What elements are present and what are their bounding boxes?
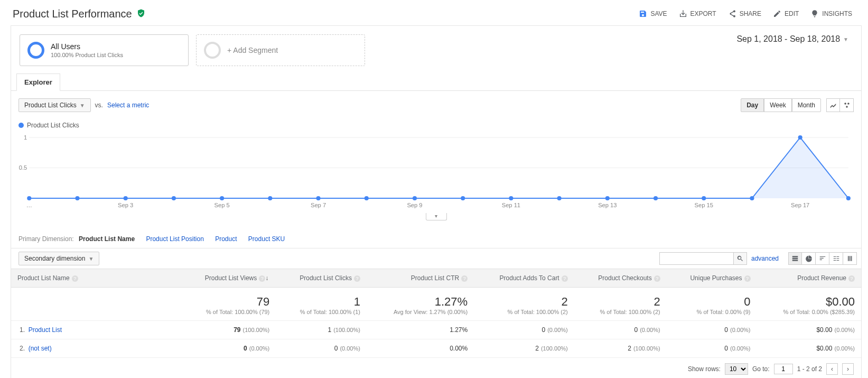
col-name[interactable]: Product List Name? [11,269,180,288]
svg-text:Sep 11: Sep 11 [502,202,520,208]
svg-point-22 [750,196,754,200]
show-rows-label: Show rows: [688,365,721,373]
dim-product-sku[interactable]: Product SKU [248,235,285,243]
export-button[interactable]: EXPORT [676,7,720,20]
svg-point-12 [268,196,272,200]
dim-product-list-position[interactable]: Product List Position [146,235,203,243]
svg-text:0.5: 0.5 [19,165,27,171]
chevron-down-icon: ▼ [80,103,85,108]
table-row: 1. Product List 79(100.00%) 1(100.00%) 1… [11,321,861,339]
view-pivot-icon[interactable] [843,252,857,265]
segment-circle-placeholder-icon [204,42,221,59]
share-button[interactable]: SHARE [725,7,764,20]
granularity-month[interactable]: Month [792,98,821,112]
segment-sub: 100.00% Product List Clicks [51,52,123,58]
page-title: Product List Performance [13,8,132,20]
col-adds[interactable]: Product Adds To Cart? [474,269,574,288]
svg-point-0 [844,103,846,105]
svg-point-15 [413,196,417,200]
svg-point-13 [316,196,320,200]
help-icon[interactable]: ? [654,275,660,282]
tab-explorer[interactable]: Explorer [16,73,60,91]
svg-point-17 [509,196,513,200]
dimension-label: Primary Dimension: [18,235,74,243]
help-icon[interactable]: ? [72,275,78,282]
secondary-dimension-dropdown[interactable]: Secondary dimension▼ [18,252,99,265]
dim-product[interactable]: Product [215,235,237,243]
svg-text:Sep 5: Sep 5 [214,202,230,208]
chevron-down-icon: ▼ [88,256,94,262]
granularity-week[interactable]: Week [764,98,791,112]
chevron-down-icon: ▼ [843,36,848,42]
svg-point-10 [172,196,176,200]
segment-all-users[interactable]: All Users 100.00% Product List Clicks [20,34,189,66]
col-clicks[interactable]: Product List Clicks? [276,269,367,288]
goto-label: Go to: [752,365,770,373]
col-unique[interactable]: Unique Purchases? [667,269,757,288]
legend-dot-icon [18,123,24,128]
svg-text:Sep 17: Sep 17 [791,202,809,208]
svg-point-14 [365,196,369,200]
view-pie-icon[interactable] [802,252,816,265]
view-comparison-icon[interactable] [829,252,843,265]
row-link[interactable]: (not set) [29,345,52,352]
row-link[interactable]: Product List [29,326,62,334]
svg-point-16 [461,196,465,200]
advanced-link[interactable]: advanced [751,255,779,262]
date-range-picker[interactable]: Sep 1, 2018 - Sep 18, 2018 ▼ [736,34,853,44]
search-input[interactable] [659,252,733,265]
help-icon[interactable]: ? [461,275,468,282]
next-page-button[interactable]: › [842,363,854,375]
data-table: Product List Name? Product List Views?↓ … [11,269,861,358]
add-segment-label: + Add Segment [227,46,278,54]
chart-type-motion-icon[interactable] [840,98,854,112]
view-table-icon[interactable] [788,252,802,265]
svg-text:Sep 13: Sep 13 [598,202,617,208]
help-icon[interactable]: ? [744,275,751,282]
page-input[interactable] [774,364,793,374]
add-segment-button[interactable]: + Add Segment [196,34,365,66]
col-ctr[interactable]: Product List CTR? [367,269,474,288]
chart-resize-handle-icon[interactable]: ▾ [426,213,447,220]
edit-button[interactable]: EDIT [770,7,802,20]
help-icon[interactable]: ? [354,275,360,282]
svg-point-11 [220,196,224,200]
col-checkouts[interactable]: Product Checkouts? [574,269,667,288]
svg-point-21 [702,196,706,200]
line-chart[interactable]: 0.51…Sep 3Sep 5Sep 7Sep 9Sep 11Sep 13Sep… [18,132,854,211]
dim-product-list-name[interactable]: Product List Name [79,235,135,243]
sort-down-icon: ↓ [265,274,268,282]
svg-point-24 [846,196,851,200]
segment-title: All Users [51,42,123,51]
verified-shield-icon [136,8,146,20]
help-icon[interactable]: ? [259,275,265,282]
svg-point-18 [557,196,562,200]
prev-page-button[interactable]: ‹ [826,363,838,375]
svg-point-2 [846,106,848,108]
svg-point-9 [124,196,128,200]
help-icon[interactable]: ? [848,275,855,282]
col-views[interactable]: Product List Views?↓ [180,269,276,288]
page-range: 1 - 2 of 2 [797,365,822,373]
rows-select[interactable]: 10 [725,363,748,375]
vs-label: vs. [95,102,103,109]
help-icon[interactable]: ? [562,275,568,282]
svg-text:Sep 15: Sep 15 [695,202,713,208]
search-button[interactable] [733,252,747,265]
save-button[interactable]: SAVE [636,7,670,20]
chart-type-line-icon[interactable] [826,98,840,112]
svg-point-1 [847,103,850,105]
view-performance-icon[interactable] [816,252,829,265]
granularity-day[interactable]: Day [741,98,764,112]
metric-dropdown[interactable]: Product List Clicks▼ [18,98,91,112]
select-metric-link[interactable]: Select a metric [107,102,149,109]
svg-point-23 [798,135,802,140]
chart-legend: Product List Clicks [18,122,854,129]
col-revenue[interactable]: Product Revenue? [757,269,861,288]
svg-point-20 [654,196,658,200]
insights-button[interactable]: INSIGHTS [807,7,855,20]
svg-text:Sep 7: Sep 7 [311,202,326,208]
svg-text:1: 1 [24,134,27,141]
svg-text:Sep 3: Sep 3 [118,202,133,208]
svg-point-8 [75,196,79,200]
